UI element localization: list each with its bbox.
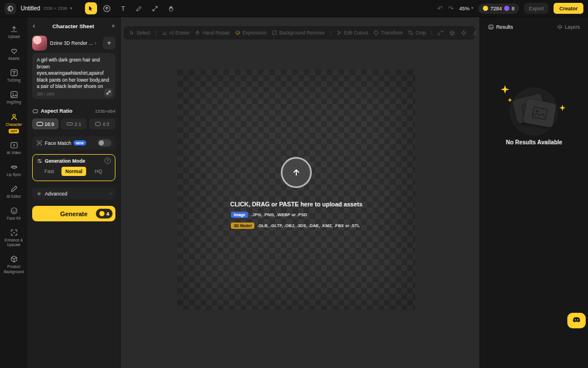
face-match-icon xyxy=(36,140,42,146)
style-selector[interactable]: Dzine 3D Render ... › xyxy=(50,40,100,46)
sidebar-item-ai-video[interactable]: AI Video xyxy=(1,138,27,158)
heart-icon xyxy=(10,47,18,55)
sidebar-item-face-kit[interactable]: Face Kit xyxy=(1,204,27,224)
export-button[interactable]: Export xyxy=(524,3,548,14)
empty-state-illustration xyxy=(500,85,568,138)
smiley-icon xyxy=(235,30,241,36)
mode-hq-button[interactable]: HQ xyxy=(86,167,111,176)
panel-header: ‹ Character Sheet × xyxy=(28,20,120,32)
sidebar-item-assets[interactable]: Assets xyxy=(1,44,27,64)
undo-icon[interactable]: ↶ xyxy=(438,5,443,13)
mode-normal-button[interactable]: Normal xyxy=(61,167,86,176)
pen-tool-button[interactable] xyxy=(133,2,145,14)
credits-pill[interactable]: 7284 8 xyxy=(478,3,519,14)
resize-tool-button[interactable] xyxy=(149,2,161,14)
edit-cutout-tool[interactable]: Edit Cutout xyxy=(336,30,368,36)
cursor-icon xyxy=(129,30,135,36)
select-tool[interactable]: Select xyxy=(129,30,150,36)
image-to-image-icon xyxy=(10,90,18,99)
ratio-2-1-button[interactable]: 2:1 xyxy=(61,118,87,129)
download-tool-icon[interactable] xyxy=(472,30,476,36)
upload-instructions: CLICK, DRAG or PASTE here to upload asse… xyxy=(177,201,415,208)
ratio-16-9-icon xyxy=(37,122,43,126)
ai-eraser-tool[interactable]: AI Eraser xyxy=(162,30,189,36)
hand-icon xyxy=(195,30,200,36)
format-rows: Image .JPG, .PNG, .WEBP or .PSD 3D Model… xyxy=(231,212,360,229)
discord-icon xyxy=(571,317,582,325)
tab-layers[interactable]: Layers xyxy=(557,24,580,30)
star-tool-icon[interactable] xyxy=(461,30,467,36)
sidebar-item-lip-sync[interactable]: Lip Sync xyxy=(1,160,27,180)
style-avatar[interactable] xyxy=(32,36,47,51)
crop-tool[interactable]: Crop xyxy=(408,30,425,36)
generation-mode-icon xyxy=(37,158,42,164)
add-style-button[interactable]: + xyxy=(103,37,115,49)
mode-fast-button[interactable]: Fast xyxy=(37,167,61,176)
topbar-tools: T xyxy=(85,2,177,14)
app-root: Untitled 1536 × 1536 ▾ T ↶ xyxy=(0,0,588,368)
sparkle-icon xyxy=(508,98,512,102)
image-formats: .JPG, .PNG, .WEBP or .PSD xyxy=(251,212,307,217)
toggle-knob xyxy=(99,140,104,145)
crop-icon xyxy=(408,30,413,36)
ratio-16-9-button[interactable]: 16:9 xyxy=(32,118,59,129)
hand-tool-button[interactable] xyxy=(165,2,177,14)
text-tool-button[interactable]: T xyxy=(117,2,129,14)
character-icon xyxy=(10,113,18,121)
lips-icon xyxy=(10,163,18,171)
hand-repair-tool[interactable]: Hand Repair xyxy=(195,30,230,36)
generation-mode-header: Generation Mode ? xyxy=(37,158,111,164)
model-badge: 3D Model xyxy=(231,223,254,229)
ratio-4-3-icon xyxy=(95,122,100,126)
upload-dropzone[interactable]: CLICK, DRAG or PASTE here to upload asse… xyxy=(177,70,415,310)
expand-prompt-button[interactable] xyxy=(105,89,113,97)
sidebar-item-upload[interactable]: Upload xyxy=(1,22,27,42)
document-title-group[interactable]: Untitled 1536 × 1536 ▾ xyxy=(21,5,72,12)
modes-row: Fast Normal HQ xyxy=(37,167,111,176)
sidebar-item-product-background[interactable]: Product Background xyxy=(1,252,27,277)
expression-tool[interactable]: Expression xyxy=(235,30,266,36)
upload-icon xyxy=(10,25,18,33)
text-to-image-icon xyxy=(10,68,18,77)
face-match-row: Face Match NEW xyxy=(32,136,115,150)
advanced-row[interactable]: Advanced › xyxy=(32,187,115,200)
video-icon xyxy=(10,141,18,150)
sidebar-item-enhance-upscale[interactable]: Enhance & Upscale xyxy=(1,225,27,250)
aspect-ratio-value: 1536×864 xyxy=(95,109,115,114)
select-tool-button[interactable] xyxy=(85,2,97,14)
background-remove-tool[interactable]: Background Remove xyxy=(272,30,324,36)
sidebar-item-txt2img[interactable]: Txt2Img xyxy=(1,66,27,86)
canvas-toolbar: Select | AI Eraser Hand Repair Expressio… xyxy=(123,25,476,40)
arc-tool-icon[interactable] xyxy=(438,30,444,36)
upload-tool-button[interactable] xyxy=(101,2,113,14)
enhance-icon xyxy=(10,228,18,237)
toolbar-divider: | xyxy=(156,30,157,36)
tab-results[interactable]: Results xyxy=(488,24,513,30)
pencil-icon xyxy=(10,185,18,193)
gems-count: 8 xyxy=(512,6,514,12)
generate-button[interactable]: Generate 4 xyxy=(32,206,115,221)
redo-icon[interactable]: ↷ xyxy=(448,5,454,13)
generate-cost-pill: 4 xyxy=(96,209,113,218)
character-count: 185 / 1800 xyxy=(37,92,55,96)
zoom-control[interactable]: 45% ▾ xyxy=(459,6,473,12)
prompt-text[interactable]: A girl with dark green hair and brown ey… xyxy=(37,57,111,89)
canvas-area[interactable]: Select | AI Eraser Hand Repair Expressio… xyxy=(121,17,479,368)
help-icon[interactable]: ? xyxy=(105,158,111,164)
face-match-toggle[interactable] xyxy=(98,139,111,147)
transform-tool[interactable]: Transform xyxy=(373,30,403,36)
sidebar-item-character[interactable]: Character HOT xyxy=(1,110,27,136)
close-icon[interactable]: × xyxy=(111,23,115,29)
prompt-box[interactable]: A girl with dark green hair and brown ey… xyxy=(32,53,115,99)
topbar: Untitled 1536 × 1536 ▾ T ↶ xyxy=(0,0,588,17)
creator-button[interactable]: Creator xyxy=(554,3,583,14)
sidebar-item-img2img[interactable]: Img2Img xyxy=(1,87,27,108)
app-logo-icon[interactable] xyxy=(5,3,16,14)
ratio-4-3-button[interactable]: 4:3 xyxy=(89,118,115,129)
upload-circle-button[interactable] xyxy=(281,157,312,188)
results-icon xyxy=(488,24,494,30)
sidebar-item-ai-editor[interactable]: AI Editor xyxy=(1,182,27,202)
cube-tool-icon[interactable] xyxy=(449,30,455,36)
discord-widget-button[interactable] xyxy=(567,313,586,328)
ratio-2-1-icon xyxy=(67,122,73,126)
